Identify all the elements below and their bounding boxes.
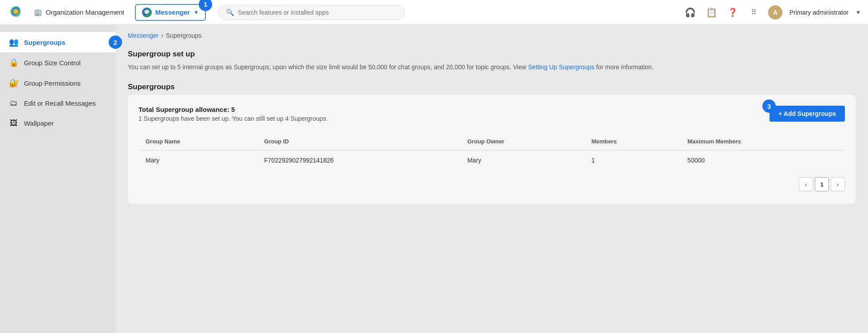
add-supergroups-button[interactable]: + Add Supergroups <box>769 106 845 122</box>
allowance-text: Total Supergroup allowance: 5 <box>138 106 328 113</box>
sidebar-item-wallpaper-label: Wallpaper <box>24 119 54 127</box>
app-logo <box>7 4 23 21</box>
add-supergroups-wrapper: 3 + Add Supergroups <box>769 106 845 122</box>
sidebar-item-group-size-control-label: Group Size Control <box>24 59 81 67</box>
content-inner: Supergroup set up You can set up to 5 in… <box>115 43 868 211</box>
breadcrumb-current: Supergroups <box>166 32 201 39</box>
setup-title: Supergroup set up <box>128 50 856 59</box>
sidebar: 👥 Supergroups 2 🔒 Group Size Control 🔐 G… <box>0 25 115 333</box>
edit-recall-icon: 🗂 <box>9 99 19 108</box>
cell-members: 1 <box>584 151 680 170</box>
clipboard-icon: 📋 <box>706 7 717 18</box>
pagination-prev-button[interactable]: ‹ <box>799 177 813 191</box>
col-header-group-id: Group ID <box>257 133 460 151</box>
col-header-max-members: Maximum Members <box>680 133 845 151</box>
content-area: Messenger › Supergroups Supergroup set u… <box>115 25 868 333</box>
headset-icon-button[interactable]: 🎧 <box>683 5 697 20</box>
org-management-label: Organization Management <box>46 8 124 16</box>
apps-grid-icon-button[interactable]: ⠿ <box>747 5 761 20</box>
col-header-group-name: Group Name <box>138 133 257 151</box>
wallpaper-icon: 🖼 <box>9 119 19 128</box>
org-management-icon: 🏢 <box>34 8 42 16</box>
top-navigation: 🏢 Organization Management 💬 Messenger ▼ … <box>0 0 868 25</box>
cell-group-owner: Mary <box>460 151 584 170</box>
supergroups-info: Total Supergroup allowance: 5 1 Supergro… <box>138 106 328 122</box>
messenger-button[interactable]: 💬 Messenger ▼ <box>135 4 206 21</box>
sidebar-item-supergroups-label: Supergroups <box>24 39 65 46</box>
search-bar: 🔍 <box>218 5 405 20</box>
supergroups-icon: 👥 <box>9 37 19 47</box>
supergroups-section-title: Supergroups <box>128 83 856 91</box>
group-size-control-icon: 🔒 <box>9 58 19 67</box>
sidebar-badge-2: 2 <box>109 36 122 49</box>
sidebar-item-supergroups[interactable]: 👥 Supergroups 2 <box>0 32 115 52</box>
setup-desc-text-2: for more information. <box>594 63 653 71</box>
supergroups-header: Total Supergroup allowance: 5 1 Supergro… <box>138 106 845 122</box>
help-icon-button[interactable]: ❓ <box>726 5 740 20</box>
sidebar-item-group-permissions[interactable]: 🔐 Group Permissions <box>0 73 115 93</box>
sidebar-item-edit-recall-label: Edit or Recall Messages <box>24 99 96 107</box>
cell-max-members: 50000 <box>680 151 845 170</box>
search-icon: 🔍 <box>226 8 234 16</box>
admin-dropdown-arrow[interactable]: ▼ <box>856 9 861 16</box>
sidebar-item-group-size-control[interactable]: 🔒 Group Size Control <box>0 52 115 73</box>
col-header-members: Members <box>584 133 680 151</box>
setting-up-supergroups-link[interactable]: Setting Up Supergroups <box>528 63 594 71</box>
pagination: ‹ 1 › <box>138 170 845 193</box>
sidebar-item-edit-recall-messages[interactable]: 🗂 Edit or Recall Messages <box>0 93 115 113</box>
admin-label: Primary administrator <box>789 9 848 16</box>
messenger-icon: 💬 <box>142 8 152 17</box>
group-permissions-icon: 🔐 <box>9 78 19 88</box>
breadcrumb-parent[interactable]: Messenger <box>128 32 158 39</box>
pagination-next-button[interactable]: › <box>831 177 845 191</box>
help-icon: ❓ <box>728 8 738 17</box>
headset-icon: 🎧 <box>685 7 696 18</box>
cell-group-id: F7022929027992141826 <box>257 151 460 170</box>
supergroups-section: Total Supergroup allowance: 5 1 Supergro… <box>128 95 856 204</box>
messenger-dropdown-arrow: ▼ <box>193 9 199 16</box>
clipboard-icon-button[interactable]: 📋 <box>704 5 718 20</box>
breadcrumb: Messenger › Supergroups <box>115 25 868 43</box>
search-input[interactable] <box>238 9 397 16</box>
main-layout: 👥 Supergroups 2 🔒 Group Size Control 🔐 G… <box>0 25 868 333</box>
sub-text: 1 Supergroups have been set up. You can … <box>138 115 328 122</box>
svg-point-0 <box>13 9 18 14</box>
org-management-button[interactable]: 🏢 Organization Management <box>28 6 130 19</box>
avatar[interactable]: A <box>768 5 782 20</box>
cell-group-name: Mary <box>138 151 257 170</box>
table-row: Mary F7022929027992141826 Mary 1 50000 <box>138 151 845 170</box>
nav-icons: 🎧 📋 ❓ ⠿ A Primary administrator ▼ <box>683 5 861 20</box>
supergroups-table: Group Name Group ID Group Owner Members … <box>138 133 845 170</box>
apps-grid-icon: ⠿ <box>751 8 757 16</box>
col-header-group-owner: Group Owner <box>460 133 584 151</box>
sidebar-item-group-permissions-label: Group Permissions <box>24 79 81 87</box>
sidebar-item-wallpaper[interactable]: 🖼 Wallpaper <box>0 113 115 133</box>
pagination-page-1-button[interactable]: 1 <box>815 177 829 191</box>
breadcrumb-separator: › <box>161 32 163 39</box>
setup-desc-text-1: You can set up to 5 internal groups as S… <box>128 63 528 71</box>
messenger-badge: 1 <box>199 0 212 11</box>
setup-description: You can set up to 5 internal groups as S… <box>128 62 856 72</box>
messenger-label: Messenger <box>155 8 190 16</box>
